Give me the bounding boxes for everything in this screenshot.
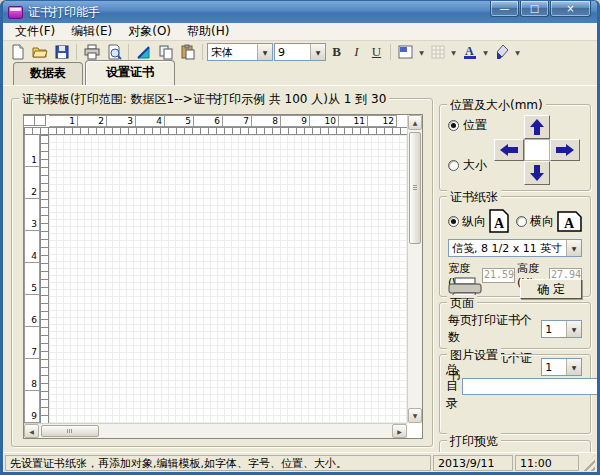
hr-num-cell: 8	[251, 115, 281, 127]
vr-num-cell: 6	[24, 294, 40, 327]
template-group-title: 证书模板(打印范围: 数据区1-->证书打印示例 共 100 人)从 1 到 3…	[19, 91, 389, 108]
template-canvas: 123456789101112 12345678910 ▲ ▼ ◀ ▶	[23, 114, 423, 439]
copy-button[interactable]	[155, 42, 176, 62]
open-button[interactable]	[29, 42, 50, 62]
chevron-down-icon[interactable]: ▼	[417, 49, 426, 56]
tab-strip: 数据表 设置证书	[3, 63, 597, 85]
hr-num-cell: 6	[193, 115, 223, 127]
horizontal-scroll-thumb[interactable]	[41, 425, 99, 437]
chevron-down-icon[interactable]: ▼	[513, 49, 522, 56]
border-style-button[interactable]	[395, 42, 416, 62]
menu-edit[interactable]: 编辑(E)	[63, 22, 120, 41]
image-settings-title: 图片设置	[447, 347, 501, 364]
portrait-radio[interactable]	[448, 216, 459, 227]
ok-button[interactable]: 确 定	[520, 279, 582, 299]
move-down-button[interactable]	[524, 161, 550, 185]
menu-object[interactable]: 对象(O)	[120, 22, 179, 41]
hr-num-cell: 7	[222, 115, 252, 127]
vr-num-cell: 1	[24, 135, 40, 167]
landscape-label: 横向	[530, 213, 554, 230]
italic-button[interactable]: I	[347, 43, 366, 62]
font-color-button[interactable]: A	[459, 42, 480, 62]
underline-button[interactable]: U	[367, 43, 386, 62]
horizontal-scrollbar[interactable]: ◀ ▶	[24, 423, 407, 438]
chevron-down-icon[interactable]: ▼	[481, 49, 490, 56]
scroll-up-button[interactable]: ▲	[408, 115, 422, 130]
root-dir-label: 总目录	[446, 361, 458, 412]
size-radio[interactable]	[448, 160, 459, 171]
position-size-title: 位置及大小(mm)	[447, 97, 546, 114]
app-window: 证书打印能手 — □ × 文件(F) 编辑(E) 对象(O) 帮助(H)	[0, 0, 600, 475]
grid-icon	[431, 45, 445, 59]
scroll-down-button[interactable]: ▼	[408, 408, 422, 423]
border-style-icon	[398, 45, 413, 59]
print-preview-title: 打印预览	[447, 433, 501, 450]
per-page-label: 每页打印证书个数	[448, 312, 541, 346]
menu-bar: 文件(F) 编辑(E) 对象(O) 帮助(H)	[3, 23, 597, 41]
svg-text:A: A	[564, 216, 575, 231]
print-icon	[84, 44, 100, 60]
new-button[interactable]	[7, 42, 28, 62]
root-dir-input[interactable]	[462, 378, 597, 395]
move-right-button[interactable]	[550, 139, 580, 161]
grid-button[interactable]	[427, 42, 448, 62]
size-radio-row[interactable]: 大小	[448, 157, 487, 174]
ruler-corner	[24, 115, 49, 127]
menu-file[interactable]: 文件(F)	[7, 22, 63, 41]
open-folder-icon	[32, 44, 48, 60]
paste-button[interactable]	[177, 42, 198, 62]
template-group: 证书模板(打印范围: 数据区1-->证书打印示例 共 100 人)从 1 到 3…	[11, 98, 433, 447]
per-page-combo[interactable]: 1 ▼	[541, 320, 582, 338]
paper-size-combo[interactable]: 信笺, 8 1/2 x 11 英寸 ▼	[448, 239, 582, 257]
design-grid[interactable]	[49, 135, 407, 423]
move-up-button[interactable]	[524, 115, 550, 139]
font-name-combo[interactable]: 宋体 ▼	[207, 43, 273, 61]
landscape-radio[interactable]	[516, 216, 527, 227]
vr-num-cell: 5	[24, 262, 40, 295]
new-file-icon	[10, 44, 25, 60]
scroll-right-button[interactable]: ▶	[392, 424, 407, 438]
position-radio-label: 位置	[463, 117, 487, 134]
menu-help[interactable]: 帮助(H)	[179, 22, 237, 41]
print-button[interactable]	[81, 42, 102, 62]
hr-num-cell: 5	[164, 115, 194, 127]
draw-tool-button[interactable]	[133, 42, 154, 62]
chevron-down-icon: ▼	[310, 44, 325, 60]
tab-setup-certificate[interactable]: 设置证书	[85, 60, 175, 85]
save-button[interactable]	[51, 42, 72, 62]
h-ruler: 123456789101112	[49, 115, 407, 127]
vr-num-cell: 9	[24, 390, 40, 423]
paper-group: 证书纸张 纵向 A 横向 A 信笺, 8 1/2 x 11 英寸 ▼	[439, 196, 591, 297]
hr-num-cell: 3	[106, 115, 136, 127]
font-size-combo[interactable]: 9 ▼	[274, 43, 326, 61]
svg-text:A: A	[494, 216, 505, 231]
resize-grip[interactable]	[581, 455, 595, 471]
fill-color-button[interactable]	[491, 42, 512, 62]
chevron-down-icon: ▼	[257, 44, 272, 60]
position-radio-row[interactable]: 位置	[448, 117, 487, 134]
position-radio[interactable]	[448, 120, 459, 131]
svg-text:A: A	[465, 44, 474, 58]
vertical-scroll-thumb[interactable]	[409, 132, 421, 244]
vertical-scrollbar[interactable]: ▲ ▼	[407, 115, 422, 423]
status-message: 先设置证书纸张，再添加对象,编辑模板,如字体、字号、位置、大小。	[5, 455, 431, 471]
close-button[interactable]: ×	[550, 1, 591, 17]
paper-group-title: 证书纸张	[447, 189, 501, 206]
page-group-title: 页面	[447, 295, 477, 312]
tab-data-table[interactable]: 数据表	[13, 62, 83, 85]
paper-size-value: 信笺, 8 1/2 x 11 英寸	[449, 241, 566, 256]
portrait-label: 纵向	[462, 213, 486, 230]
move-left-button[interactable]	[494, 139, 524, 161]
hr-num-cell: 1	[49, 115, 78, 127]
save-icon	[54, 44, 70, 60]
image-settings-group: 图片设置 总目录 ...	[439, 354, 591, 434]
vr-num-cell: 7	[24, 326, 40, 359]
chevron-down-icon[interactable]: ▼	[449, 49, 458, 56]
scroll-left-button[interactable]: ◀	[24, 424, 39, 438]
maximize-button[interactable]: □	[520, 1, 549, 17]
toolbar-separator	[202, 44, 203, 60]
bold-button[interactable]: B	[327, 43, 346, 62]
minimize-button[interactable]: —	[490, 1, 519, 17]
v-ruler: 12345678910	[24, 135, 40, 423]
print-preview-button[interactable]	[103, 42, 124, 62]
